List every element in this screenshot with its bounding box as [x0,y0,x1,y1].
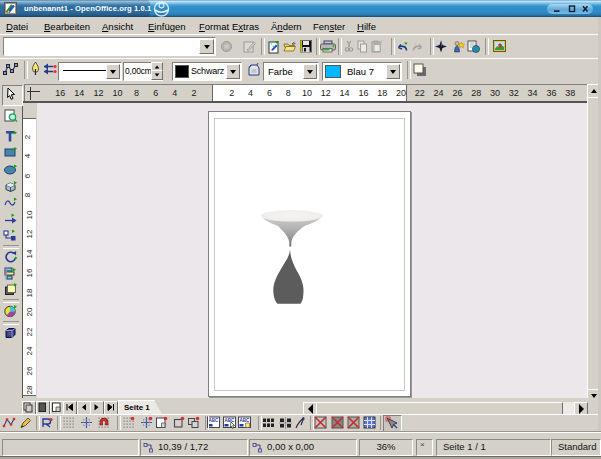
svg-text:ABC: ABC [240,418,250,423]
svg-text:ABC: ABC [225,418,235,423]
svg-text:ABC: ABC [209,418,219,423]
